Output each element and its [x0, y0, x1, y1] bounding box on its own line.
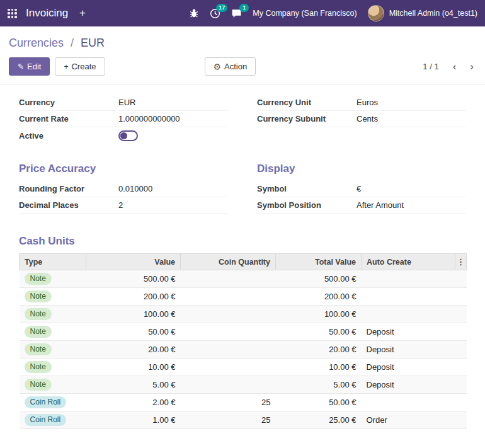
cell-type: Note — [20, 341, 86, 359]
cell-auto — [362, 394, 455, 411]
debug-bug-icon[interactable] — [189, 8, 199, 18]
breadcrumb-separator: / — [71, 37, 74, 49]
cell-auto — [362, 306, 455, 323]
cell-type: Coin Roll — [20, 411, 86, 429]
type-badge: Note — [25, 361, 52, 373]
active-label: Active — [19, 131, 118, 141]
message-count-badge: 1 — [239, 4, 249, 12]
cell-coin-qty — [181, 341, 276, 359]
cell-auto: Deposit — [362, 359, 455, 376]
create-button[interactable]: + Create — [55, 57, 105, 76]
optional-columns-toggle-icon[interactable]: ⋮ — [455, 254, 467, 270]
currency-unit-label: Currency Unit — [257, 98, 357, 107]
cash-units-table: Type Value Coin Quantity Total Value Aut… — [19, 253, 467, 429]
currency-subunit-label: Currency Subunit — [257, 114, 357, 123]
type-badge: Note — [25, 326, 52, 338]
cell-coin-qty — [181, 359, 276, 376]
activity-count-badge: 17 — [216, 4, 227, 12]
column-header-total-value[interactable]: Total Value — [276, 254, 362, 270]
edit-button[interactable]: ✎ Edit — [9, 57, 50, 76]
cell-spacer — [455, 270, 467, 288]
table-row[interactable]: Note500.00 €500.00 € — [20, 270, 467, 288]
table-header-row: Type Value Coin Quantity Total Value Aut… — [20, 254, 467, 270]
type-badge: Note — [25, 379, 52, 391]
cell-spacer — [455, 359, 467, 376]
cell-auto — [362, 270, 455, 288]
cell-value: 1.00 € — [86, 411, 181, 429]
rounding-factor-label: Rounding Factor — [19, 184, 118, 193]
cell-type: Note — [20, 376, 86, 394]
cell-auto — [362, 288, 455, 306]
type-badge: Coin Roll — [25, 396, 67, 408]
column-header-auto-create[interactable]: Auto Create — [362, 254, 455, 270]
activities-clock-icon[interactable]: 17 — [210, 8, 220, 19]
cell-spacer — [455, 306, 467, 323]
cell-auto: Deposit — [362, 323, 455, 341]
active-toggle[interactable] — [118, 130, 138, 141]
cell-spacer — [455, 411, 467, 429]
column-header-type[interactable]: Type — [20, 254, 86, 270]
table-row[interactable]: Note50.00 €50.00 €Deposit — [20, 323, 467, 341]
cell-value: 500.00 € — [86, 270, 181, 288]
cell-value: 100.00 € — [86, 306, 181, 323]
pager-count[interactable]: 1 / 1 — [423, 62, 438, 71]
symbol-position-label: Symbol Position — [257, 200, 357, 210]
user-menu[interactable]: Mitchell Admin (o4_test1) — [368, 5, 477, 21]
company-switcher[interactable]: My Company (San Francisco) — [253, 9, 357, 18]
cell-spacer — [455, 394, 467, 411]
column-header-coin-quantity[interactable]: Coin Quantity — [181, 254, 276, 270]
type-badge: Note — [25, 273, 52, 285]
decimal-places-value: 2 — [118, 200, 123, 210]
type-badge: Note — [25, 343, 52, 355]
symbol-position-value: After Amount — [357, 200, 404, 210]
table-row[interactable]: Note20.00 €20.00 €Deposit — [20, 341, 467, 359]
breadcrumb: Currencies / EUR — [9, 37, 476, 50]
cash-units-body: Note500.00 €500.00 €Note200.00 €200.00 €… — [20, 270, 467, 429]
column-header-value[interactable]: Value — [86, 254, 181, 270]
apps-menu-icon[interactable] — [8, 9, 17, 18]
rounding-factor-value: 0.010000 — [118, 184, 152, 193]
display-heading: Display — [257, 163, 466, 175]
cell-value: 10.00 € — [86, 359, 181, 376]
cell-coin-qty: 25 — [181, 394, 276, 411]
table-row[interactable]: Note100.00 €100.00 € — [20, 306, 467, 323]
cell-spacer — [455, 323, 467, 341]
decimal-places-label: Decimal Places — [19, 200, 118, 210]
cell-coin-qty — [181, 270, 276, 288]
cell-value: 200.00 € — [86, 288, 181, 306]
cell-coin-qty — [181, 306, 276, 323]
pager-previous-icon[interactable]: ‹ — [453, 61, 457, 72]
cell-auto: Deposit — [362, 376, 455, 394]
current-rate-value: 1.000000000000 — [118, 114, 180, 123]
app-name[interactable]: Invoicing — [26, 7, 68, 20]
plus-icon[interactable]: + — [79, 7, 86, 20]
currency-label: Currency — [19, 98, 118, 107]
pager-next-icon[interactable]: › — [470, 61, 474, 72]
top-navbar: Invoicing + 17 — [0, 0, 485, 26]
table-row[interactable]: Note10.00 €10.00 €Deposit — [20, 359, 467, 376]
table-row[interactable]: Note5.00 €5.00 €Deposit — [20, 376, 467, 394]
cell-total: 500.00 € — [276, 270, 362, 288]
cell-value: 2.00 € — [86, 394, 181, 411]
cell-spacer — [455, 288, 467, 306]
table-row[interactable]: Note200.00 €200.00 € — [20, 288, 467, 306]
user-name: Mitchell Admin (o4_test1) — [389, 9, 477, 18]
table-row[interactable]: Coin Roll1.00 €2525.00 €Order — [20, 411, 467, 429]
messages-chat-icon[interactable]: 1 — [231, 8, 242, 19]
breadcrumb-currencies-link[interactable]: Currencies — [9, 37, 64, 49]
table-row[interactable]: Coin Roll2.00 €2550.00 € — [20, 394, 467, 411]
gear-icon: ⚙ — [214, 62, 222, 71]
cell-total: 5.00 € — [276, 376, 362, 394]
cell-type: Note — [20, 288, 86, 306]
currency-value: EUR — [118, 98, 135, 107]
cell-value: 5.00 € — [86, 376, 181, 394]
cell-spacer — [455, 341, 467, 359]
price-accuracy-heading: Price Accuracy — [19, 163, 228, 175]
avatar[interactable] — [368, 5, 384, 21]
cell-type: Note — [20, 270, 86, 288]
cell-type: Note — [20, 323, 86, 341]
pencil-icon: ✎ — [18, 62, 24, 71]
action-button[interactable]: ⚙ Action — [205, 57, 256, 76]
pager: 1 / 1 ‹ › — [423, 61, 476, 72]
current-rate-label: Current Rate — [19, 114, 118, 123]
